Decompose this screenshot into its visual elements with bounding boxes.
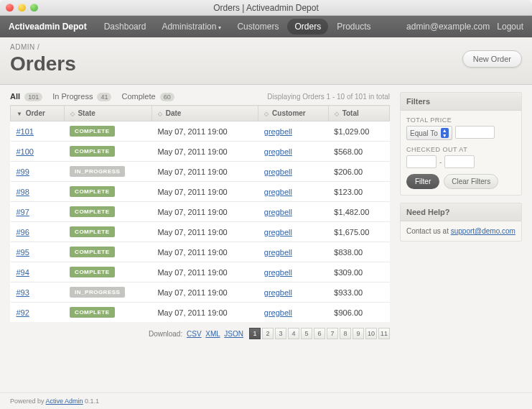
page-6[interactable]: 6 xyxy=(314,328,325,339)
page-4[interactable]: 4 xyxy=(288,328,299,339)
checked-out-to-input[interactable] xyxy=(444,155,475,168)
customer-link[interactable]: gregbell xyxy=(264,268,292,277)
col-order[interactable]: ▼ Order xyxy=(11,106,65,121)
col-total[interactable]: ◇ Total xyxy=(328,106,389,121)
customer-link[interactable]: gregbell xyxy=(264,208,292,216)
price-value-input[interactable] xyxy=(455,126,495,139)
col-customer[interactable]: ◇ Customer xyxy=(258,106,329,121)
table-row: #93IN_PROGRESSMay 07, 2011 19:00gregbell… xyxy=(11,282,390,303)
breadcrumb: ADMIN / xyxy=(10,43,522,51)
macos-titlebar: Orders | Activeadmin Depot xyxy=(0,0,532,16)
top-navigation: Activeadmin Depot DashboardAdministratio… xyxy=(0,16,532,37)
customer-link[interactable]: gregbell xyxy=(264,288,292,297)
help-heading: Need Help? xyxy=(401,203,521,221)
order-link[interactable]: #101 xyxy=(17,127,34,136)
total-price-label: TOTAL PRICE xyxy=(406,116,515,124)
price-operator-select[interactable]: Equal To ▲▼ xyxy=(406,126,452,140)
customer-link[interactable]: gregbell xyxy=(264,228,292,236)
sort-icon: ◇ xyxy=(264,111,269,117)
status-badge: COMPLETE xyxy=(70,186,114,197)
order-link[interactable]: #93 xyxy=(17,288,29,297)
zoom-window-button[interactable] xyxy=(30,4,38,12)
nav-orders[interactable]: Orders xyxy=(287,19,328,35)
support-email-link[interactable]: support@demo.com xyxy=(451,227,515,235)
download-csv[interactable]: CSV xyxy=(187,330,202,338)
order-link[interactable]: #95 xyxy=(17,248,29,257)
customer-link[interactable]: gregbell xyxy=(264,188,292,196)
checked-out-label: CHECKED OUT AT xyxy=(406,146,515,153)
download-xml[interactable]: XML xyxy=(205,330,220,338)
table-row: #92COMPLETEMay 07, 2011 19:00gregbell$90… xyxy=(11,303,390,323)
page-2[interactable]: 2 xyxy=(262,328,274,339)
sort-icon: ◇ xyxy=(335,111,339,117)
customer-link[interactable]: gregbell xyxy=(264,127,292,136)
dropdown-caret-icon: ▾ xyxy=(218,24,221,31)
scope-all[interactable]: All 101 xyxy=(10,92,42,101)
page-header: ADMIN / Orders New Order xyxy=(0,37,532,85)
nav-products[interactable]: Products xyxy=(330,19,378,35)
page-3[interactable]: 3 xyxy=(275,328,286,339)
page-title: Orders xyxy=(10,52,522,75)
order-link[interactable]: #97 xyxy=(17,208,29,216)
download-links: Download: CSV XML JSON xyxy=(149,330,243,338)
sort-icon: ◇ xyxy=(70,111,75,117)
nav-dashboard[interactable]: Dashboard xyxy=(97,19,154,35)
order-link[interactable]: #98 xyxy=(17,188,29,196)
active-admin-link[interactable]: Active Admin xyxy=(46,397,83,405)
close-window-button[interactable] xyxy=(6,4,14,12)
minimize-window-button[interactable] xyxy=(18,4,26,12)
sort-icon: ◇ xyxy=(158,111,162,117)
col-date[interactable]: ◇ Date xyxy=(151,106,258,121)
scope-tabs: All 101In Progress 41Complete 60 Display… xyxy=(10,92,390,101)
table-row: #100COMPLETEMay 07, 2011 19:00gregbell$5… xyxy=(11,142,390,162)
table-row: #101COMPLETEMay 07, 2011 19:00gregbell$1… xyxy=(11,121,390,142)
pagination-info: Displaying Orders 1 - 10 of 101 in total xyxy=(267,93,390,101)
status-badge: COMPLETE xyxy=(70,267,114,277)
nav-customers[interactable]: Customers xyxy=(230,19,286,35)
filters-heading: Filters xyxy=(401,93,521,111)
customer-link[interactable]: gregbell xyxy=(264,167,292,176)
filter-button[interactable]: Filter xyxy=(406,174,439,189)
order-link[interactable]: #99 xyxy=(17,167,29,176)
checked-out-from-input[interactable] xyxy=(406,155,437,168)
page-10[interactable]: 10 xyxy=(365,328,377,339)
page-11[interactable]: 11 xyxy=(378,328,390,339)
app-brand: Activeadmin Depot xyxy=(9,22,87,32)
sort-icon: ▼ xyxy=(17,111,22,117)
window-title: Orders | Activeadmin Depot xyxy=(0,3,532,13)
current-user-email: admin@example.com xyxy=(406,22,490,32)
col-state[interactable]: ◇ State xyxy=(64,106,151,121)
orders-table: ▼ Order◇ State◇ Date◇ Customer◇ Total #1… xyxy=(10,105,390,322)
scope-in-progress[interactable]: In Progress 41 xyxy=(52,92,111,101)
order-link[interactable]: #94 xyxy=(17,268,29,277)
status-badge: COMPLETE xyxy=(70,146,114,157)
footer: Powered by Active Admin 0.1.1 xyxy=(0,392,532,409)
scope-complete[interactable]: Complete 60 xyxy=(121,92,174,101)
page-8[interactable]: 8 xyxy=(340,328,351,339)
logout-link[interactable]: Logout xyxy=(497,22,523,32)
nav-administration[interactable]: Administration▾ xyxy=(154,19,228,35)
status-badge: COMPLETE xyxy=(70,247,114,257)
table-row: #96COMPLETEMay 07, 2011 19:00gregbell$1,… xyxy=(11,222,390,242)
customer-link[interactable]: gregbell xyxy=(264,147,292,156)
page-7[interactable]: 7 xyxy=(327,328,338,339)
status-badge: COMPLETE xyxy=(70,126,114,137)
table-row: #99IN_PROGRESSMay 07, 2011 19:00gregbell… xyxy=(11,162,390,182)
table-row: #97COMPLETEMay 07, 2011 19:00gregbell$1,… xyxy=(11,202,390,222)
order-link[interactable]: #100 xyxy=(17,147,34,156)
select-arrows-icon: ▲▼ xyxy=(441,128,449,138)
status-badge: COMPLETE xyxy=(70,226,114,237)
page-1[interactable]: 1 xyxy=(249,328,261,339)
new-order-button[interactable]: New Order xyxy=(462,50,522,68)
order-link[interactable]: #96 xyxy=(17,228,29,236)
page-5[interactable]: 5 xyxy=(301,328,312,339)
download-json[interactable]: JSON xyxy=(224,330,243,338)
table-row: #94COMPLETEMay 07, 2011 19:00gregbell$30… xyxy=(11,262,390,282)
status-badge: IN_PROGRESS xyxy=(70,287,125,298)
customer-link[interactable]: gregbell xyxy=(264,248,292,257)
customer-link[interactable]: gregbell xyxy=(264,308,292,317)
clear-filters-button[interactable]: Clear Filters xyxy=(444,174,498,189)
status-badge: COMPLETE xyxy=(70,206,114,217)
page-9[interactable]: 9 xyxy=(353,328,364,339)
order-link[interactable]: #92 xyxy=(17,308,29,317)
